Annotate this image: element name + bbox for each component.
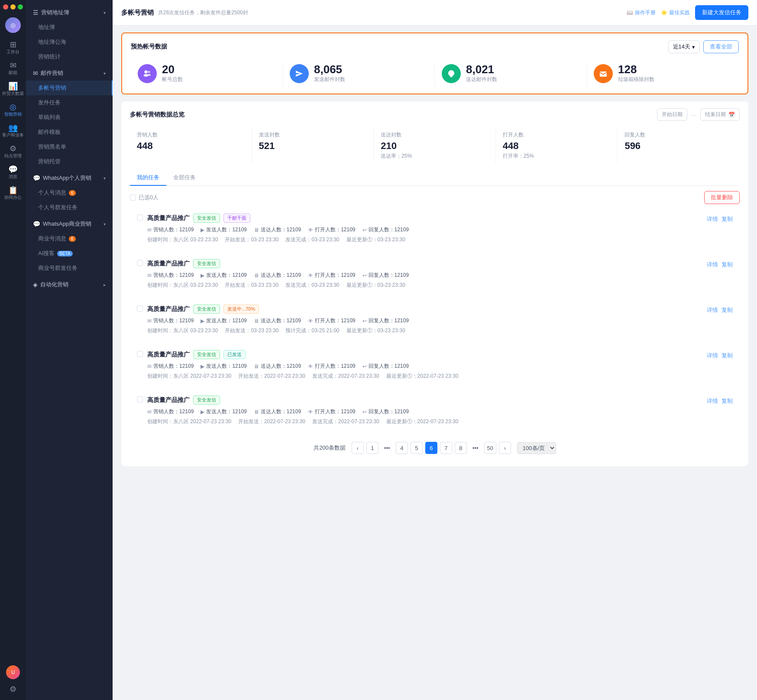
sidebar-item-smart-marketing[interactable]: ◎ 智能营销 [0,100,26,120]
task-action-复制[interactable]: 复制 [721,397,733,405]
date-start-input[interactable]: 开始日期 [657,108,687,121]
page-8-button[interactable]: 8 [455,442,467,454]
task-meta-item: ▶发送人数：12109 [201,226,246,233]
task-select-checkbox[interactable] [137,351,143,357]
nav-section-header-whatsapp-business[interactable]: 💬 WhatsApp商业营销 ▾ [26,217,113,231]
task-action-复制[interactable]: 复制 [721,352,733,360]
sidebar-item-settings[interactable]: ⚙ [6,683,20,696]
minimize-button[interactable] [10,4,16,10]
svg-point-2 [148,71,150,73]
task-title: 高质量产品推广 [147,351,190,359]
task-meta-item: ▶发送人数：12109 [201,363,246,370]
best-practice-link[interactable]: ⭐ 最佳实践 [661,9,690,16]
nav-item-email-templates[interactable]: 邮件模板 [26,125,113,139]
avatar[interactable]: ◎ [5,17,21,33]
nav-section-header-auto-marketing[interactable]: ◈ 自动化营销 ▸ [26,277,113,292]
meta-label: 回复人数：12109 [369,226,409,233]
chevron-down-icon: ▾ [692,44,695,50]
batch-delete-button[interactable]: 批量删除 [704,191,740,204]
next-page-button[interactable]: › [499,442,511,454]
nav-item-ai-search[interactable]: AI搜客 BETA [26,246,113,261]
meta-label: 打开人数：12109 [315,272,355,279]
task-action-复制[interactable]: 复制 [721,215,733,223]
task-title: 高质量产品推广 [147,396,190,404]
warmup-card: 预热帐号数据 近14天 ▾ 查看全部 20 帐号总数 [121,32,748,94]
task-select-checkbox[interactable] [137,214,143,220]
page-6-button[interactable]: 6 [425,442,437,454]
task-action-详情[interactable]: 详情 [707,215,718,223]
period-select[interactable]: 近14天 ▾ [668,40,700,53]
maximize-button[interactable] [18,4,23,10]
nav-item-address-list[interactable]: 地址簿 [26,20,113,35]
nav-item-send-tasks[interactable]: 发件任务 [26,95,113,110]
task-action-详情[interactable]: 详情 [707,261,718,269]
select-all-checkbox[interactable] [130,194,136,201]
sidebar-item-workbench[interactable]: ⊞ 工作台 [0,38,26,57]
nav-item-address-ocean[interactable]: 地址簿公海 [26,35,113,49]
page-5-button[interactable]: 5 [411,442,423,454]
nav-item-drafts[interactable]: 草稿列表 [26,110,113,125]
main-header: 多帐号营销 共26次发信任务，剩余发件总量2500封 📖 操作手册 ⭐ 最佳实践… [113,0,757,26]
nav-item-business-group-tasks[interactable]: 商业号群发任务 [26,261,113,275]
task-meta: ✉营销人数：12109▶发送人数：12109🖥送达人数：12109👁打开人数：1… [147,317,702,324]
meta-label: 打开人数：12109 [315,408,355,415]
prev-page-button[interactable]: ‹ [352,442,364,454]
page-size-select[interactable]: 100条/页 [517,442,556,454]
nav-label-business-messages: 商业号消息 [38,235,66,243]
nav-item-marketing-hosting[interactable]: 营销托管 [26,154,113,169]
nav-section-header-email-marketing[interactable]: ✉ 邮件营销 ▾ [26,66,113,81]
dots-1: ••• [381,442,393,454]
nav-section-header-address-book[interactable]: ☰ 营销地址簿 ▾ [26,5,113,20]
meta-label: 发送人数：12109 [206,363,246,370]
task-item-2: 高质量产品推广 安全发信 ✉营销人数：12109▶发送人数：12109🖥送达人数… [130,253,740,295]
page-50-button[interactable]: 50 [484,442,496,454]
nav-section-header-whatsapp-personal[interactable]: 💬 WhatsApp个人营销 ▾ [26,171,113,185]
nav-item-marketing-stats[interactable]: 营销统计 [26,49,113,64]
ai-search-badge: BETA [57,251,72,256]
view-all-button[interactable]: 查看全部 [703,40,739,53]
manual-icon: 📖 [627,10,633,16]
sidebar-item-collab[interactable]: 📋 协同办公 [0,184,26,203]
sidebar-item-site-manage[interactable]: ⚙ 站点管理 [0,142,26,161]
spam-number: 128 [618,64,654,75]
task-action-复制[interactable]: 复制 [721,306,733,314]
meta-label: 发送人数：12109 [206,408,246,415]
task-action-详情[interactable]: 详情 [707,352,718,360]
sidebar-item-customers[interactable]: 👥 客户和业务 [0,121,26,140]
nav-item-blacklist[interactable]: 营销黑名单 [26,139,113,154]
task-select-checkbox[interactable] [137,396,143,402]
sidebar-item-messages[interactable]: 💬 消息 [0,163,26,182]
user-avatar[interactable]: U [6,665,20,679]
task-time: 发送完成：03-23 23:30 [285,282,339,289]
nav-item-business-messages[interactable]: 商业号消息 6 [26,231,113,246]
new-task-button[interactable]: 新建大发信任务 [695,5,748,20]
task-content: 高质量产品推广 安全发信 ✉营销人数：12109▶发送人数：12109🖥送达人数… [147,259,702,289]
manual-link[interactable]: 📖 操作手册 [627,9,656,16]
ov-number-replied: 596 [624,140,733,152]
sidebar-label-site-manage: 站点管理 [4,153,22,159]
nav-item-multi-account[interactable]: 多帐号营销 [26,81,113,95]
dots-2: ••• [469,442,482,454]
meta-icon: 🖥 [254,363,259,369]
tab-all-tasks[interactable]: 全部任务 [166,170,203,186]
task-action-复制[interactable]: 复制 [721,261,733,269]
nav-item-personal-messages[interactable]: 个人号消息 6 [26,185,113,200]
page-7-button[interactable]: 7 [440,442,452,454]
date-end-input[interactable]: 结束日期 📅 [700,108,740,121]
task-select-checkbox[interactable] [137,305,143,311]
sidebar-item-foreign-trade[interactable]: 📊 外贸大数据 [0,80,26,99]
nav-item-personal-group-tasks[interactable]: 个人号群发任务 [26,200,113,215]
task-action-详情[interactable]: 详情 [707,397,718,405]
close-button[interactable] [3,4,8,10]
page-4-button[interactable]: 4 [396,442,408,454]
task-badge: 安全发信 [193,259,220,268]
stat-content-delivered: 8,021 送达邮件封数 [466,64,497,83]
tab-my-tasks[interactable]: 我的任务 [130,170,166,186]
task-select-checkbox[interactable] [137,260,143,266]
task-action-详情[interactable]: 详情 [707,306,718,314]
task-time: 最近更新①：2022-07-23 23:30 [386,373,459,380]
meta-icon: ▶ [201,363,204,369]
page-1-button[interactable]: 1 [366,442,378,454]
ov-number-recipients: 448 [137,140,245,152]
sidebar-item-email[interactable]: ✉ 邮箱 [0,59,26,78]
